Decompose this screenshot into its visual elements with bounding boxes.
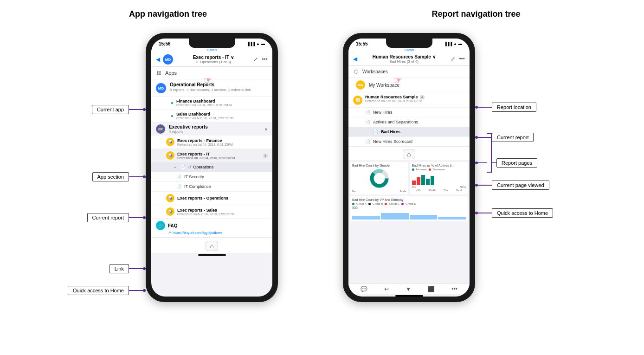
sales-dash-item[interactable]: ● Sales Dashboard Refreshed on Aug 16, 2… xyxy=(151,110,272,123)
page-icon-scorecard: 📄 xyxy=(365,139,370,144)
op-reports-subtitle: 5 reports, 3 dashboards, 1 section, 1 ex… xyxy=(170,88,268,92)
new-hires-label: New Hires xyxy=(373,110,393,115)
exec-avatar: ER xyxy=(156,124,165,134)
faq-link[interactable]: ↗ https://tinyurl.com/kjg,kjsdbmv xyxy=(156,231,268,235)
it-security-item[interactable]: 📄 IT Security xyxy=(151,172,272,182)
home-button-left[interactable]: ⌂ xyxy=(206,241,218,251)
label-pct-50: 50% xyxy=(460,186,466,188)
page-bad-hires[interactable]: → 📄 Bad Hires xyxy=(348,127,470,137)
it-operations-label: IT Operations xyxy=(188,165,213,169)
sales-dash-title: Sales Dashboard xyxy=(176,112,268,116)
label-pct-0: 0% xyxy=(412,186,416,188)
exec-finance-item[interactable]: 📊 Exec reports - Finance Refreshed on Ju… xyxy=(151,136,272,149)
chart3-title: Bad Hire Count by VP and Ethnicity xyxy=(352,198,466,201)
my-workspace-row[interactable]: MW My Workspace xyxy=(348,78,470,92)
op-reports-content: Operational Reports 5 reports, 3 dashboa… xyxy=(170,82,268,92)
sales-dash-subtitle: Refreshed on Aug 16, 2018, 2:59:35PM xyxy=(176,116,268,120)
exec-it-title: Exec reports - IT xyxy=(177,152,260,156)
nav-back-left[interactable]: ◀ xyxy=(156,56,160,63)
phone-notch-left xyxy=(189,39,235,48)
label-age-50: 50+ xyxy=(444,189,448,192)
exec-sales-avatar: 📊 xyxy=(166,207,174,216)
layout-icon[interactable]: ⬛ xyxy=(428,286,435,292)
charts-preview: Bad Hire Count by Gender Fe... xyxy=(348,160,470,283)
section-collapse-icon[interactable]: ∧ xyxy=(264,127,268,131)
right-phone-frame: 15:55 ▐▐▐ ▲ ▬ Safari ◀ Human Resources S… xyxy=(343,33,475,302)
finance-dash-subtitle: Refreshed on Jul 04, 2018, 6:01:25PM xyxy=(176,103,268,107)
groupD-dot xyxy=(401,203,404,205)
expand-icon-right[interactable]: ⤢ xyxy=(451,56,455,62)
it-compliance-item[interactable]: 📄 IT Compliance xyxy=(151,182,272,192)
undo-icon[interactable]: ↩ xyxy=(384,286,389,292)
faq-item[interactable]: 🔗 FAQ ↗ https://tinyurl.com/kjg,kjsdbmv xyxy=(151,219,272,238)
exec-section-header[interactable]: ER Executive reports 4 reports ∧ xyxy=(151,123,272,136)
increase-label: Increase xyxy=(416,168,427,171)
filter-icon[interactable]: ▼ xyxy=(406,286,411,292)
cursor-hand-right: ☞ xyxy=(394,75,402,86)
safari-label-left: Safari xyxy=(151,47,272,52)
it-compliance-label: IT Compliance xyxy=(184,184,211,189)
it-security-label: IT Security xyxy=(184,174,204,179)
finance-dash-item[interactable]: ● Finance Dashboard Refreshed on Jul 04,… xyxy=(151,97,272,110)
exec-it-item[interactable]: 📊 Exec reports - IT Refreshed on Jul 04,… xyxy=(151,149,272,162)
annotation-current-report-right: Current report xyxy=(475,133,534,142)
hr-report-title: Human Resources Sample xyxy=(365,95,418,99)
chart3-value: 500 xyxy=(352,206,466,209)
workspaces-icon: ⬡ xyxy=(354,69,359,75)
diagrams-row: Current app App section Current report L… xyxy=(14,28,630,302)
exec-sales-item[interactable]: 📊 Exec reports - Sales Refreshed on Aug … xyxy=(151,205,272,219)
hr-report-item[interactable]: 📊 Human Resources Sample 4 Refreshed on … xyxy=(348,92,470,108)
chart3-legend: Group A Group B Group C Group D xyxy=(352,202,466,205)
wifi-icon-left: ▲ xyxy=(256,42,260,46)
scorecard-label: New Hires Scorecard xyxy=(373,139,412,144)
home-indicator-left xyxy=(198,254,226,256)
label-total: Total xyxy=(456,189,462,192)
more-toolbar-icon[interactable]: ••• xyxy=(451,286,457,292)
annotation-quick-home-left: Quick access to Home xyxy=(68,286,146,295)
page-icon-security: 📄 xyxy=(176,174,181,179)
home-row-right: ⌂ xyxy=(348,147,470,160)
more-icon-right[interactable]: ••• xyxy=(459,56,465,62)
it-operations-item[interactable]: → 📄 IT Operations xyxy=(151,162,272,172)
groupD-label: Group D xyxy=(406,202,416,205)
exec-section-text: Executive reports 4 reports xyxy=(169,124,208,134)
page-actives[interactable]: 📄 Actives and Separations xyxy=(348,117,470,127)
left-phone-frame: 15:56 ▐▐▐ ▲ ▬ Safari ◀ MD xyxy=(146,33,278,302)
annotation-report-pages: Report pages xyxy=(475,153,537,173)
exec-section-subtitle: 4 reports xyxy=(169,129,208,134)
faq-url: https://tinyurl.com/kjg,kjsdbmv xyxy=(173,231,222,235)
page-icon-bad-hires: 📄 xyxy=(373,129,378,134)
comment-icon[interactable]: 💬 xyxy=(361,286,367,292)
battery-icon-right: ▬ xyxy=(458,42,462,46)
exec-sales-title: Exec reports - Sales xyxy=(177,208,268,213)
annotation-link: Link xyxy=(109,264,146,273)
label-female: Fe... xyxy=(352,190,358,193)
page-icon-new-hires: 📄 xyxy=(365,110,370,115)
page-scorecard[interactable]: 📄 New Hires Scorecard xyxy=(348,137,470,147)
more-icon-left[interactable]: ••• xyxy=(262,56,268,63)
workspace-label: Workspaces xyxy=(362,69,388,74)
page-new-hires[interactable]: 📄 New Hires xyxy=(348,108,470,117)
expand-icon-left[interactable]: ⤢ xyxy=(253,56,258,63)
faq-avatar: 🔗 xyxy=(156,221,165,230)
left-section-title: App navigation tree xyxy=(129,9,207,19)
op-reports-avatar: MD xyxy=(156,83,166,93)
workspaces-row[interactable]: ⬡ Workspaces xyxy=(348,66,470,78)
bar-2 xyxy=(417,177,420,185)
battery-icon-left: ▬ xyxy=(261,42,265,46)
chart-row-2: Bad Hire Count by VP and Ethnicity Group… xyxy=(350,196,468,221)
exec-operations-item[interactable]: 📊 Exec reports - Operations xyxy=(151,192,272,205)
home-button-right[interactable]: ⌂ xyxy=(403,149,415,159)
arrow-current-page: → xyxy=(365,129,369,134)
nav-subtitle-right: Bad Hires (3 of 4) xyxy=(389,59,419,64)
bar-c3-1 xyxy=(352,216,380,219)
safari-label-right: Safari xyxy=(348,47,470,52)
label-male: Male xyxy=(400,190,406,193)
annotation-current-app: Current app xyxy=(92,105,146,114)
nav-subtitle-left: IT Operations (1 of 3) xyxy=(196,60,231,64)
exec-ops-avatar: 📊 xyxy=(166,194,174,202)
phone-notch-right xyxy=(386,39,432,48)
exec-it-badge: 3 xyxy=(263,154,268,158)
hr-report-subtitle: Refreshed on Feb 06, 2018, 5:38:10PM xyxy=(365,99,465,103)
nav-back-right[interactable]: ◀ xyxy=(353,56,357,62)
